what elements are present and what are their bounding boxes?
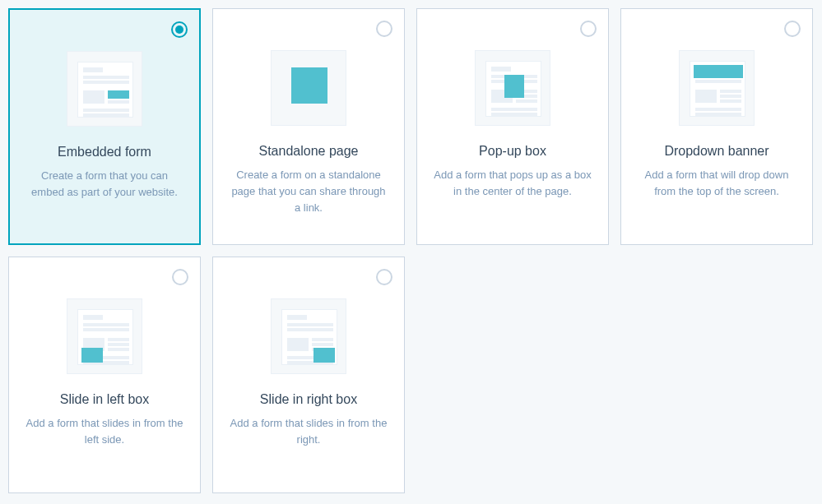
option-description: Create a form that you can embed as part… [25,168,184,201]
option-title: Embedded form [58,145,151,160]
option-title: Slide in left box [60,392,150,407]
radio-icon[interactable] [376,21,392,37]
radio-icon[interactable] [784,21,801,37]
option-description: Add a form that pops up as a box in the … [432,167,593,200]
radio-icon[interactable] [171,21,188,38]
radio-icon[interactable] [580,21,597,37]
radio-icon[interactable] [376,269,392,285]
preview-thumbnail-slideleft [67,298,142,374]
option-card-dropdown-banner[interactable]: Dropdown bannerAdd a form that will drop… [620,8,813,245]
option-description: Add a form that will drop down from the … [636,167,797,200]
preview-thumbnail-dropdown [679,50,755,126]
option-card-standalone-page[interactable]: Standalone pageCreate a form on a standa… [212,8,405,245]
option-title: Slide in right box [260,392,357,407]
option-description: Create a form on a standalone page that … [228,167,389,216]
preview-thumbnail-slideright [271,298,346,374]
option-card-popup-box[interactable]: Pop-up boxAdd a form that pops up as a b… [416,8,609,245]
option-description: Add a form that slides in from the left … [24,415,185,448]
option-title: Pop-up box [479,144,546,159]
option-title: Standalone page [259,144,359,159]
preview-thumbnail-embedded [67,51,142,127]
form-type-grid: Embedded formCreate a form that you can … [8,8,814,493]
preview-thumbnail-popup [475,50,550,126]
option-card-slide-right[interactable]: Slide in right boxAdd a form that slides… [212,257,405,493]
option-description: Add a form that slides in from the right… [228,415,389,448]
option-title: Dropdown banner [664,144,769,159]
preview-thumbnail-standalone [271,50,346,126]
radio-icon[interactable] [172,269,188,285]
option-card-slide-left[interactable]: Slide in left boxAdd a form that slides … [8,257,201,493]
option-card-embedded-form[interactable]: Embedded formCreate a form that you can … [8,8,201,245]
